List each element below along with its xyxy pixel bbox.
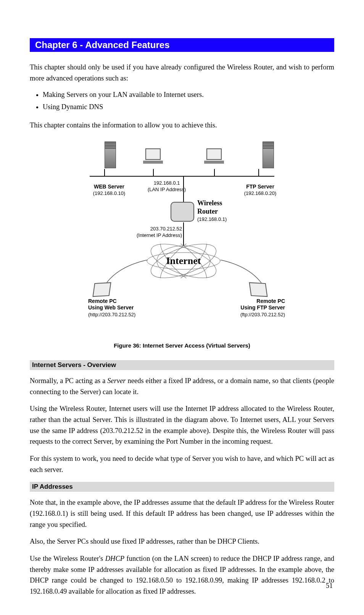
list-item: Making Servers on your LAN available to … xyxy=(43,89,334,101)
desktop-icon xyxy=(143,148,163,165)
desktop-icon xyxy=(204,148,224,165)
router-icon xyxy=(171,202,194,222)
figure-caption: Figure 36: Internet Server Access (Virtu… xyxy=(30,342,334,349)
section-heading-overview: Internet Servers - Overview xyxy=(30,360,334,370)
overview-para-3: For this system to work, you need to dec… xyxy=(30,453,334,475)
remote-ftp-url: (ftp://203.70.212.52) xyxy=(240,312,285,317)
chapter-title-bar: Chapter 6 - Advanced Features xyxy=(30,38,334,52)
wan-ip-label: (Internet IP Address) xyxy=(137,232,182,238)
intro-paragraph: This chapter should only be used if you … xyxy=(30,62,334,84)
server-tower-icon xyxy=(105,142,116,168)
section-heading-ip: IP Addresses xyxy=(30,482,334,492)
chapter-title: Chapter 6 - Advanced Features xyxy=(35,40,170,50)
web-server-ip: (192.168.0.10) xyxy=(93,190,126,196)
ip-para-2: Also, the Server PCs should use fixed IP… xyxy=(30,536,334,547)
wan-ip-value: 203.70.212.52 xyxy=(150,226,182,232)
remote-web-url: (http://203.70.212.52) xyxy=(88,312,135,317)
page-number: 51 xyxy=(326,582,333,590)
intro-after-para: This chapter contains the information to… xyxy=(30,120,334,131)
remote-ftp-l2: Using FTP Server xyxy=(241,304,285,311)
list-item: Using Dynamic DNS xyxy=(43,101,334,113)
lan-ip-label: (LAN IP Address) xyxy=(148,187,186,192)
ftp-server-ip: (192.168.0.20) xyxy=(244,190,277,196)
ip-para-3: Use the Wireless Router's DHCP function … xyxy=(30,553,334,597)
intro-bullet-list: Making Servers on your LAN available to … xyxy=(30,89,334,113)
ip-para-1: Note that, in the example above, the IP … xyxy=(30,497,334,530)
internet-cloud-icon: Internet xyxy=(145,244,222,278)
internet-label: Internet xyxy=(145,244,222,278)
remote-web-l2: Using Web Server xyxy=(88,304,134,311)
ftp-server-label: FTP Server xyxy=(246,184,274,190)
monitor-icon xyxy=(92,282,111,297)
router-title: Wireless Router xyxy=(197,199,222,216)
web-server-label: WEB Server xyxy=(94,184,124,190)
server-tower-icon xyxy=(263,142,274,168)
router-ip: (192.168.0.1) xyxy=(197,216,227,222)
overview-para-2: Using the Wireless Router, Internet user… xyxy=(30,403,334,447)
overview-para-1: Normally, a PC acting as a Server needs … xyxy=(30,375,334,397)
network-diagram: WEB Server (192.168.0.10) 192.168.0.1 (L… xyxy=(83,142,281,332)
monitor-icon xyxy=(249,282,267,297)
remote-ftp-l1: Remote PC xyxy=(256,298,285,304)
lan-ip-value: 192.168.0.1 xyxy=(154,180,180,186)
remote-web-l1: Remote PC xyxy=(88,298,117,304)
